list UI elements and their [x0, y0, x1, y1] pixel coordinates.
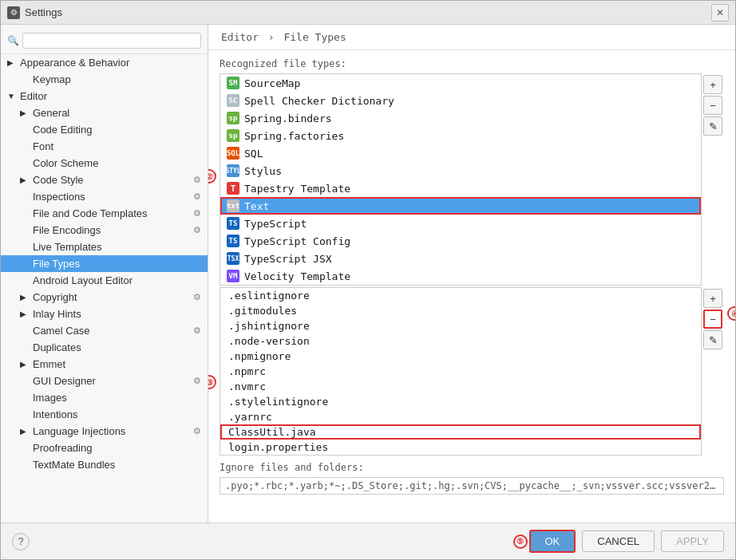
list-item[interactable]: sp Spring.binders [220, 109, 701, 127]
registered-patterns-list[interactable]: .eslintignore .gitmodules .jshintignore … [220, 287, 702, 455]
sidebar-item-code-style[interactable]: ▶ Code Style ⚙ [1, 172, 208, 188]
list-item[interactable]: SM SourceMap [220, 74, 701, 92]
settings-dialog: ⚙ Settings ✕ 🔍 ▶ Appearance & Behavior K… [0, 0, 736, 560]
settings-icon: ⚙ [193, 208, 201, 219]
settings-icon: ⚙ [193, 225, 201, 235]
list-item-text[interactable]: txt Text [220, 197, 701, 215]
arrow-icon: ▶ [20, 293, 30, 302]
sidebar: 🔍 ▶ Appearance & Behavior Keymap ▼ Edito… [1, 25, 208, 523]
sidebar-item-label: Intentions [33, 408, 77, 420]
settings-icon: ⚙ [193, 292, 201, 302]
sidebar-item-color-scheme[interactable]: Color Scheme [1, 155, 208, 172]
list-item[interactable]: TS TypeScript Config [220, 232, 701, 250]
sidebar-item-code-editing[interactable]: Code Editing [1, 121, 208, 138]
breadcrumb-editor: Editor [221, 31, 259, 43]
sidebar-item-intentions[interactable]: Intentions [1, 406, 208, 423]
arrow-icon: ▶ [20, 108, 30, 117]
sidebar-item-textmate-bundles[interactable]: TextMate Bundles [1, 456, 208, 473]
item-label: Spring.factories [244, 130, 344, 142]
sidebar-item-duplicates[interactable]: Duplicates [1, 339, 208, 356]
item-label: SQL [244, 148, 263, 160]
ignore-section: Ignore files and folders: [220, 462, 724, 495]
sidebar-item-editor[interactable]: ▼ Editor [1, 88, 208, 105]
remove-file-type-button[interactable]: − [703, 96, 722, 115]
list-item-classutil[interactable]: ClassUtil.java [220, 424, 701, 440]
sidebar-item-inlay-hints[interactable]: ▶ Inlay Hints [1, 306, 208, 322]
help-button[interactable]: ? [12, 533, 30, 550]
sidebar-item-general[interactable]: ▶ General [1, 105, 208, 121]
add-file-type-button[interactable]: + [703, 75, 722, 94]
sidebar-item-copyright[interactable]: ▶ Copyright ⚙ [1, 289, 208, 306]
list-item[interactable]: STYL Stylus [220, 162, 701, 179]
sidebar-item-label: Language Injections [33, 425, 125, 437]
sidebar-item-language-injections[interactable]: ▶ Language Injections ⚙ [1, 423, 208, 440]
recognized-side-buttons: + − ✎ [702, 73, 724, 286]
list-item[interactable]: SC Spell Checker Dictionary [220, 92, 701, 109]
annotation-4: ④ [727, 306, 735, 321]
settings-icon: ⚙ [193, 376, 201, 386]
file-icon: txt [227, 199, 239, 212]
sidebar-item-live-templates[interactable]: Live Templates [1, 239, 208, 255]
list-item[interactable]: sp Spring.factories [220, 127, 701, 144]
edit-file-type-button[interactable]: ✎ [703, 116, 722, 136]
sidebar-item-keymap[interactable]: Keymap [1, 71, 208, 88]
add-pattern-button[interactable]: + [703, 289, 722, 308]
file-icon: SC [227, 94, 239, 107]
item-label: Velocity Template [244, 270, 350, 282]
item-label: Spell Checker Dictionary [244, 95, 394, 107]
sidebar-item-label: Inspections [33, 191, 85, 203]
file-icon: TS [227, 235, 239, 247]
sidebar-item-file-code-templates[interactable]: File and Code Templates ⚙ [1, 205, 208, 222]
sidebar-item-camel-case[interactable]: Camel Case ⚙ [1, 322, 208, 339]
title-bar-left: ⚙ Settings [7, 6, 62, 19]
search-input[interactable] [22, 33, 201, 49]
close-button[interactable]: ✕ [711, 4, 729, 22]
sidebar-item-appearance[interactable]: ▶ Appearance & Behavior [1, 54, 208, 71]
list-item[interactable]: .node-version [220, 333, 701, 349]
list-item[interactable]: .stylelintignore [220, 394, 701, 409]
sidebar-item-gui-designer[interactable]: GUI Designer ⚙ [1, 373, 208, 389]
sidebar-item-file-encodings[interactable]: File Encodings ⚙ [1, 222, 208, 239]
list-item[interactable]: T Tapestry Template [220, 179, 701, 197]
apply-button[interactable]: APPLY [661, 530, 724, 552]
list-item[interactable]: VM Velocity Template [220, 267, 701, 285]
sidebar-item-label: General [33, 107, 69, 119]
list-item[interactable]: .jshintignore [220, 318, 701, 333]
list-item[interactable]: .yarnrc [220, 409, 701, 424]
sidebar-item-inspections[interactable]: Inspections ⚙ [1, 188, 208, 205]
list-item[interactable]: .npmrc [220, 364, 701, 379]
sidebar-item-label: Inlay Hints [33, 308, 81, 320]
ok-button[interactable]: OK [529, 530, 576, 553]
file-icon: T [227, 182, 239, 195]
ignore-input[interactable] [220, 477, 724, 495]
cancel-button[interactable]: CANCEL [582, 530, 655, 552]
recognized-file-types-list[interactable]: SM SourceMap SC Spell Checker Dictionary… [220, 73, 702, 286]
remove-pattern-button[interactable]: − [703, 310, 722, 329]
sidebar-item-images[interactable]: Images [1, 389, 208, 406]
sidebar-item-label: Appearance & Behavior [20, 57, 129, 69]
list-item[interactable]: .eslintignore [220, 288, 701, 303]
edit-pattern-button[interactable]: ✎ [703, 330, 722, 349]
file-icon: VM [227, 270, 239, 282]
sidebar-item-proofreading[interactable]: Proofreading [1, 440, 208, 456]
sidebar-item-file-types[interactable]: ① File Types [1, 255, 208, 272]
list-item[interactable]: .gitmodules [220, 303, 701, 318]
sidebar-item-emmet[interactable]: ▶ Emmet [1, 356, 208, 373]
list-item[interactable]: login.properties [220, 440, 701, 455]
sidebar-item-label: Color Scheme [33, 157, 98, 169]
sidebar-item-label: Duplicates [33, 341, 81, 353]
item-label: TypeScript JSX [244, 253, 332, 265]
item-label: Text [244, 200, 269, 212]
sidebar-item-label: Camel Case [33, 325, 90, 337]
sidebar-item-label: Android Layout Editor [33, 274, 133, 286]
list-item[interactable]: .npmignore [220, 349, 701, 364]
sidebar-item-android-layout[interactable]: Android Layout Editor [1, 272, 208, 289]
sidebar-item-label: Font [33, 140, 53, 152]
sidebar-item-font[interactable]: Font [1, 138, 208, 155]
content-area: 🔍 ▶ Appearance & Behavior Keymap ▼ Edito… [1, 25, 735, 523]
list-item[interactable]: TS TypeScript [220, 215, 701, 232]
title-bar: ⚙ Settings ✕ [1, 1, 735, 25]
list-item[interactable]: SQL SQL [220, 144, 701, 162]
list-item[interactable]: .nvmrc [220, 379, 701, 394]
list-item[interactable]: TSX TypeScript JSX [220, 250, 701, 267]
